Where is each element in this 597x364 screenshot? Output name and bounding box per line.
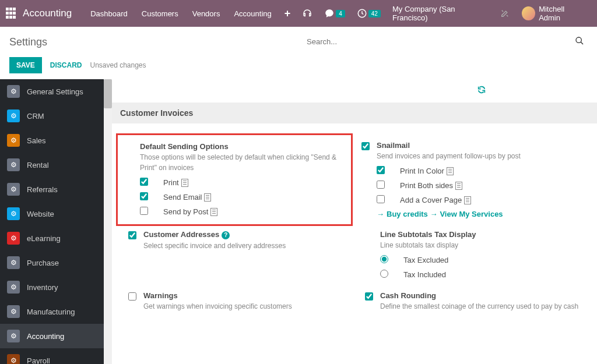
sidebar-item-referrals[interactable]: ⚙Referrals <box>0 177 104 202</box>
svg-point-1 <box>576 37 581 43</box>
sidebar-item-payroll[interactable]: ⚙Payroll <box>0 348 104 364</box>
menu-accounting[interactable]: Accounting <box>227 9 278 18</box>
sidebar-item-icon: ⚙ <box>7 354 20 364</box>
sidebar-item-general-settings[interactable]: ⚙General Settings <box>0 79 104 104</box>
snailmail-checkbox[interactable] <box>361 142 370 150</box>
block-cash-rounding: Cash Rounding Define the smallest coinag… <box>354 285 591 317</box>
rounding-title: Cash Rounding <box>380 291 581 300</box>
refresh-icon[interactable] <box>477 85 486 94</box>
opt-send-post-checkbox[interactable] <box>140 207 148 215</box>
sidebar-item-icon: ⚙ <box>7 305 20 318</box>
search-icon[interactable] <box>575 36 584 45</box>
opt-send-post-label: Send by Post <box>163 207 208 216</box>
sidebar-item-elearning[interactable]: ⚙eLearning <box>0 226 104 250</box>
snailmail-desc: Send invoices and payment follow-ups by … <box>377 151 577 161</box>
warnings-checkbox[interactable] <box>128 292 136 301</box>
sidebar-item-icon: ⚙ <box>7 158 20 171</box>
control-bar: Settings <box>0 27 597 55</box>
sidebar-item-crm[interactable]: ⚙CRM <box>0 104 104 128</box>
sidebar-item-icon: ⚙ <box>7 109 20 122</box>
sidebar: ⚙General Settings⚙CRM⚙Sales⚙Rental⚙Refer… <box>0 79 104 364</box>
sidebar-scrollbar[interactable] <box>104 79 112 364</box>
sidebar-item-icon: ⚙ <box>7 134 20 147</box>
company-icon <box>181 179 188 187</box>
search-input[interactable] <box>304 34 588 50</box>
company-selector[interactable]: My Company (San Francisco) <box>387 5 494 22</box>
block-tax-display: Line Subtotals Tax Display Line subtotal… <box>354 224 591 285</box>
link-view-services[interactable]: →View My Services <box>430 210 503 218</box>
activities-icon[interactable]: 42 <box>357 8 381 19</box>
sidebar-item-website[interactable]: ⚙Website <box>0 202 104 226</box>
opt-cover-page-checkbox[interactable] <box>377 195 385 203</box>
help-icon[interactable]: ? <box>222 231 230 239</box>
company-icon <box>455 182 462 190</box>
sidebar-item-label: Purchase <box>27 259 59 267</box>
menu-dashboard[interactable]: Dashboard <box>83 9 135 18</box>
opt-print-color-checkbox[interactable] <box>377 166 385 174</box>
support-icon[interactable] <box>302 8 312 19</box>
radio-tax-included[interactable] <box>380 270 388 278</box>
sidebar-item-label: General Settings <box>27 87 83 96</box>
sidebar-item-label: eLearning <box>27 234 61 243</box>
opt-print-checkbox[interactable] <box>140 178 148 186</box>
company-icon <box>204 193 211 202</box>
opt-print-label: Print <box>163 178 179 187</box>
opt-send-email-label: Send Email <box>163 193 202 202</box>
sidebar-item-accounting[interactable]: ⚙Accounting <box>0 324 104 348</box>
block-customer-addresses: Customer Addresses? Select specific invo… <box>118 224 354 285</box>
sidebar-item-icon: ⚙ <box>7 207 20 220</box>
sidebar-item-manufacturing[interactable]: ⚙Manufacturing <box>0 299 104 324</box>
sidebar-item-icon: ⚙ <box>7 281 20 294</box>
sending-title: Default Sending Options <box>140 142 344 151</box>
tools-icon[interactable] <box>500 8 510 19</box>
top-navbar: Accounting Dashboard Customers Vendors A… <box>0 0 597 27</box>
save-button[interactable]: SAVE <box>9 57 42 73</box>
block-default-sending: Default Sending Options Those options wi… <box>116 133 353 226</box>
company-icon <box>464 196 471 204</box>
rounding-desc: Define the smallest coinage of the curre… <box>380 301 581 312</box>
warnings-title: Warnings <box>143 291 344 300</box>
sidebar-item-label: CRM <box>27 112 44 121</box>
addresses-title: Customer Addresses <box>143 230 219 239</box>
opt-both-sides-checkbox[interactable] <box>377 181 385 189</box>
menu-vendors[interactable]: Vendors <box>185 9 227 18</box>
radio-tax-excluded-label: Tax Excluded <box>403 256 448 264</box>
settings-grid: Default Sending Options Those options wi… <box>112 123 597 329</box>
sidebar-item-inventory[interactable]: ⚙Inventory <box>0 275 104 299</box>
sidebar-item-icon: ⚙ <box>7 183 20 196</box>
opt-both-sides-label: Print Both sides <box>400 181 453 190</box>
sidebar-item-label: Manufacturing <box>27 308 75 316</box>
rounding-checkbox[interactable] <box>365 292 373 301</box>
sidebar-item-sales[interactable]: ⚙Sales <box>0 128 104 153</box>
sidebar-item-label: Payroll <box>27 356 50 365</box>
avatar <box>522 6 535 20</box>
apps-icon[interactable] <box>6 8 17 19</box>
sidebar-item-label: Referrals <box>27 185 58 194</box>
company-icon <box>210 208 217 216</box>
link-buy-credits[interactable]: →Buy credits <box>377 210 428 218</box>
messages-icon[interactable]: 4 <box>324 8 345 19</box>
sidebar-item-label: Website <box>27 210 54 218</box>
tax-title: Line Subtotals Tax Display <box>380 230 581 239</box>
snailmail-title: Snailmail <box>377 141 577 150</box>
unsaved-label: Unsaved changes <box>90 61 146 69</box>
radio-tax-excluded[interactable] <box>380 255 388 263</box>
main-row: ⚙General Settings⚙CRM⚙Sales⚙Rental⚙Refer… <box>0 79 597 364</box>
user-menu[interactable]: Mitchell Admin <box>522 5 585 22</box>
sidebar-item-icon: ⚙ <box>7 232 20 245</box>
warnings-desc: Get warnings when invoicing specific cus… <box>143 301 344 312</box>
opt-send-email-checkbox[interactable] <box>140 192 148 200</box>
page-title: Settings <box>9 36 293 48</box>
app-name[interactable]: Accounting <box>23 8 72 19</box>
sidebar-item-label: Sales <box>27 136 46 145</box>
addresses-desc: Select specific invoice and delivery add… <box>143 241 344 251</box>
menu-customers[interactable]: Customers <box>135 9 185 18</box>
addresses-checkbox[interactable] <box>128 231 136 239</box>
menu-plus-icon[interactable]: + <box>279 8 297 20</box>
opt-cover-page-label: Add a Cover Page <box>400 196 462 204</box>
sidebar-item-purchase[interactable]: ⚙Purchase <box>0 250 104 275</box>
sidebar-item-rental[interactable]: ⚙Rental <box>0 153 104 177</box>
sidebar-item-label: Rental <box>27 161 49 169</box>
discard-button[interactable]: DISCARD <box>50 61 82 69</box>
tax-desc: Line subtotals tax display <box>380 240 581 250</box>
